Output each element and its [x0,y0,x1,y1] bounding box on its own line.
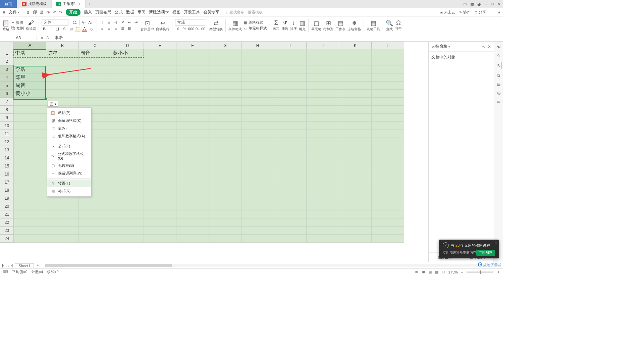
more-menu[interactable]: ⋮ [490,10,494,14]
menu-review[interactable]: 审阅 [138,9,146,15]
cell-J21[interactable] [307,210,339,218]
fill-color-icon[interactable]: ⬚ [75,26,80,32]
cell-C20[interactable] [79,202,111,210]
cell-E18[interactable] [144,186,176,194]
sheet-nav-next[interactable]: › [8,263,9,267]
wrap-text[interactable]: ↩自动换行 [156,19,169,32]
underline-icon[interactable]: U [55,26,60,32]
align-top-icon[interactable]: ⫶ [100,20,105,25]
format-painter[interactable]: 🖌格式刷 [26,19,36,31]
cell-K6[interactable] [339,90,372,98]
cell-F15[interactable] [176,162,209,170]
cell-H22[interactable] [241,218,274,227]
cell-J7[interactable] [307,98,339,106]
cell-H8[interactable] [241,106,274,114]
cell-H3[interactable] [241,65,274,73]
cell-J12[interactable] [307,138,339,146]
cell-B23[interactable] [46,227,79,235]
view-normal-icon[interactable]: ▦ [428,270,432,274]
cell-D16[interactable] [111,170,144,178]
cell-K14[interactable] [339,154,372,162]
cell-K11[interactable] [339,130,372,138]
cell-G18[interactable] [209,186,241,194]
fx-icon[interactable]: fx [46,36,49,40]
cell-H20[interactable] [241,202,274,210]
cell-G3[interactable] [209,65,241,73]
saveas-icon[interactable]: 🗐 [33,10,37,15]
cell-H2[interactable] [241,57,274,65]
cell-J10[interactable] [307,122,339,130]
row-header-18[interactable]: 18 [0,186,14,194]
cell-C5[interactable] [79,82,111,90]
cell-L7[interactable] [372,98,404,106]
dec-inc-icon[interactable]: .0← [195,26,201,32]
cell-I3[interactable] [274,65,307,73]
cell-F11[interactable] [176,130,209,138]
redo-icon[interactable]: ↷ [59,10,62,15]
cell-E16[interactable] [144,170,176,178]
cell-D6[interactable] [111,90,144,98]
save-icon[interactable]: 🗎 [26,10,30,15]
cell-J5[interactable] [307,82,339,90]
cell-C3[interactable] [79,65,111,73]
cell-I4[interactable] [274,73,307,82]
cell-K10[interactable] [339,122,372,130]
borders-icon[interactable]: ⊞ [68,26,74,32]
cell-J1[interactable] [307,49,339,57]
row-header-24[interactable]: 24 [0,235,14,243]
spreadsheet-grid[interactable]: ABCDEFGHIJKL1李浩陈星周音黄小小23李浩4陈星5周音6黄小小7891… [0,42,428,262]
cell-I1[interactable] [274,49,307,57]
cell-A9[interactable] [14,114,46,122]
cell-L4[interactable] [372,73,404,82]
undo-icon[interactable]: ↶ [53,10,56,15]
cell-H19[interactable] [241,194,274,202]
row-header-7[interactable]: 7 [0,98,14,106]
cell-I5[interactable] [274,82,307,90]
cell-J13[interactable] [307,146,339,154]
cell-D7[interactable] [111,98,144,106]
cell-G9[interactable] [209,114,241,122]
side-book-icon[interactable]: ▭ [497,99,500,104]
h-scrollbar[interactable] [45,264,498,267]
cell-I10[interactable] [274,122,307,130]
toast-close-icon[interactable]: ✕ [494,241,497,245]
cell-F23[interactable] [176,227,209,235]
cell-K1[interactable] [339,49,372,57]
col-header-C[interactable]: C [79,42,111,49]
cell-G13[interactable] [209,146,241,154]
cell-L15[interactable] [372,162,404,170]
ctx-formula-number[interactable]: fx公式和数字格式(O) [47,150,91,162]
row-header-21[interactable]: 21 [0,210,14,218]
cell-D2[interactable] [111,57,144,65]
find-button[interactable]: 🔍查找 [386,19,393,32]
side-layers-icon[interactable]: ▤ [497,82,500,87]
cell-E24[interactable] [144,235,176,243]
cell-K16[interactable] [339,170,372,178]
cell-L17[interactable] [372,178,404,186]
side-location-icon[interactable]: ◎ [497,91,500,95]
filter-button[interactable]: ⧩筛选 [281,19,288,31]
cell-F3[interactable] [176,65,209,73]
paste-options-button[interactable]: 📋 ▾ [48,101,58,107]
cell-A5[interactable]: 周音 [14,82,46,90]
row-header-16[interactable]: 16 [0,170,14,178]
cell-G22[interactable] [209,218,241,227]
rowcol-button[interactable]: ⊞行和列 [323,19,333,32]
cell-J4[interactable] [307,73,339,82]
cell-F10[interactable] [176,122,209,130]
cell-A3[interactable]: 李浩 [14,65,46,73]
cell-A18[interactable] [14,186,46,194]
side-collapse-icon[interactable]: ≪ [496,44,501,49]
cell-E5[interactable] [144,82,176,90]
cell-G24[interactable] [209,235,241,243]
cell-E6[interactable] [144,90,176,98]
cell-F22[interactable] [176,218,209,227]
cell-F17[interactable] [176,178,209,186]
cell-D19[interactable] [111,194,144,202]
strike-icon[interactable]: S [62,26,67,32]
sum-button[interactable]: Σ求和 [273,19,279,31]
command-search[interactable]: 查找命令、搜索模板 [226,10,263,15]
cell-F21[interactable] [176,210,209,218]
cell-D20[interactable] [111,202,144,210]
menu-formula[interactable]: 公式 [115,9,123,15]
